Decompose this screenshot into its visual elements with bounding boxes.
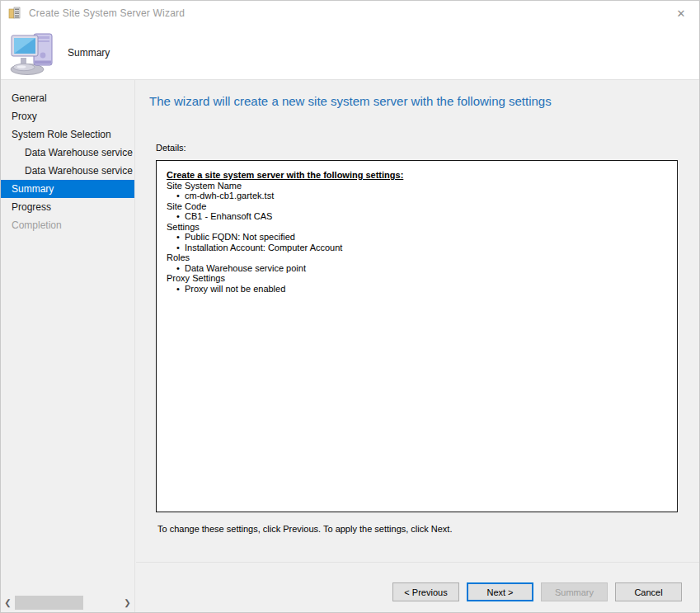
window-title: Create Site System Server Wizard bbox=[29, 7, 185, 19]
titlebar: Create Site System Server Wizard ✕ bbox=[1, 1, 699, 26]
sidebar-item-completion: Completion bbox=[1, 216, 134, 234]
computer-workstation-icon bbox=[9, 31, 57, 75]
details-bullet-item: Public FQDN: Not specified bbox=[167, 232, 665, 243]
summary-button[interactable]: Summary bbox=[541, 582, 608, 601]
create-site-system-server-wizard-window: Create Site System Server Wizard ✕ Summa… bbox=[0, 0, 700, 613]
details-bullet-item: cm-dwh-cb1.gartek.tst bbox=[167, 191, 665, 201]
scroll-left-arrow-icon[interactable]: ❮ bbox=[2, 596, 14, 610]
wizard-content: The wizard will create a new site system… bbox=[136, 80, 699, 612]
details-bullet-item: Proxy will not be enabled bbox=[167, 284, 665, 295]
details-label: Details: bbox=[156, 143, 186, 153]
page-heading: The wizard will create a new site system… bbox=[149, 94, 552, 108]
sidebar-item-progress[interactable]: Progress bbox=[1, 198, 134, 216]
details-bullet-item: Installation Account: Computer Account bbox=[167, 243, 665, 253]
sidebar-horizontal-scrollbar[interactable]: ❮ ❯ bbox=[2, 596, 134, 610]
details-section-name: Site System Name bbox=[167, 181, 665, 191]
sidebar-item-data-warehouse-service-point[interactable]: Data Warehouse service point bbox=[1, 144, 134, 162]
cancel-button[interactable]: Cancel bbox=[615, 582, 682, 601]
sidebar-item-proxy[interactable]: Proxy bbox=[1, 107, 134, 125]
details-bullet-item: Data Warehouse service point bbox=[167, 263, 665, 274]
details-bullet-item: CB1 - Enhansoft CAS bbox=[167, 211, 665, 222]
previous-button[interactable]: < Previous bbox=[392, 582, 459, 601]
wizard-body: GeneralProxySystem Role SelectionData Wa… bbox=[1, 79, 699, 612]
details-section-name: Proxy Settings bbox=[167, 273, 665, 284]
sidebar-item-summary[interactable]: Summary bbox=[1, 180, 134, 198]
wizard-steps-sidebar: GeneralProxySystem Role SelectionData Wa… bbox=[1, 80, 135, 612]
sidebar-item-system-role-selection[interactable]: System Role Selection bbox=[1, 125, 134, 144]
scroll-right-arrow-icon[interactable]: ❯ bbox=[121, 596, 134, 610]
wizard-steps: GeneralProxySystem Role SelectionData Wa… bbox=[1, 80, 134, 234]
details-section-name: Roles bbox=[167, 252, 665, 263]
sidebar-item-general[interactable]: General bbox=[1, 89, 134, 107]
details-sections: Site System Namecm-dwh-cb1.gartek.tstSit… bbox=[167, 181, 665, 295]
header-step-title: Summary bbox=[68, 47, 110, 59]
scrollbar-thumb[interactable] bbox=[15, 596, 83, 610]
details-title: Create a site system server with the fol… bbox=[167, 170, 665, 181]
wizard-server-icon bbox=[8, 7, 21, 20]
button-bar: < Previous Next > Summary Cancel bbox=[136, 562, 699, 612]
sidebar-item-data-warehouse-service-point[interactable]: Data Warehouse service point bbox=[1, 162, 134, 180]
navigation-hint-text: To change these settings, click Previous… bbox=[157, 524, 452, 534]
details-section-name: Settings bbox=[167, 222, 665, 233]
wizard-header: Summary bbox=[1, 26, 699, 79]
next-button[interactable]: Next > bbox=[467, 582, 533, 601]
details-section-name: Site Code bbox=[167, 201, 665, 212]
close-icon: ✕ bbox=[677, 7, 686, 20]
details-summary-box: Create a site system server with the fol… bbox=[156, 160, 678, 512]
close-button[interactable]: ✕ bbox=[663, 1, 699, 26]
